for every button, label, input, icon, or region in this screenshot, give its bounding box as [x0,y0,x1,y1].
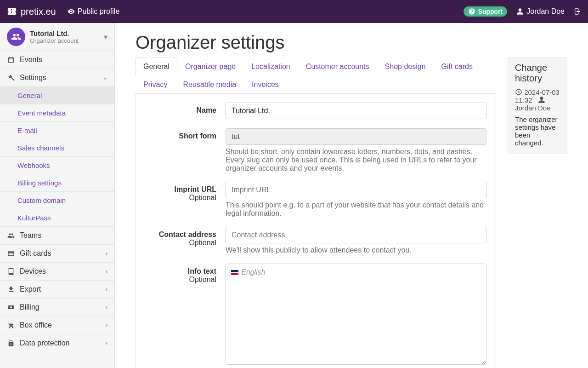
organizer-name: Tutorial Ltd. [30,29,79,37]
short-form-label: Short form [145,128,216,172]
name-input[interactable] [226,103,486,119]
user-icon [516,8,524,15]
sidebar-item-gift-cards[interactable]: Gift cards ‹ [0,245,114,263]
sidebar-item-sales-channels[interactable]: Sales channels [0,139,114,157]
tab-general[interactable]: General [136,58,177,76]
support-button[interactable]: Support [464,6,508,17]
organizer-avatar [7,28,25,46]
chevron-left-icon: ‹ [106,268,107,275]
brand-link[interactable]: pretix.eu [7,6,56,17]
question-circle-icon [468,8,475,15]
imprint-help: This should point e.g. to a part of your… [226,201,486,218]
info-text-textarea[interactable] [226,264,486,365]
credit-card-icon [7,250,15,257]
sidebar-item-billing-settings[interactable]: Billing settings [0,174,114,192]
contact-label: Contact address Optional [145,227,216,254]
tab-localization[interactable]: Localization [243,58,298,76]
organizer-switcher[interactable]: Tutorial Ltd. Organizer account ▾ [0,23,114,51]
sidebar-item-email[interactable]: E-mail [0,122,114,139]
tabs: General Organizer page Localization Cust… [136,58,496,94]
sidebar-item-data-protection[interactable]: Data protection ‹ [0,334,114,352]
page-title: Organizer settings [136,32,567,53]
chevron-left-icon: ‹ [106,250,107,257]
history-text: The organizer settings have been changed… [515,115,560,147]
info-text-label: Info text Optional [145,264,216,367]
tab-shop-design[interactable]: Shop design [377,58,434,76]
short-form-input [226,128,486,145]
tab-organizer-page[interactable]: Organizer page [177,58,243,76]
eye-icon [68,8,75,15]
chevron-left-icon: ‹ [106,322,107,328]
chevron-left-icon: ‹ [106,286,107,293]
tablet-icon [7,268,15,275]
wrench-icon [7,74,15,81]
caret-down-icon: ▾ [104,33,107,41]
sidebar-item-box-office[interactable]: Box office ‹ [0,316,114,334]
download-icon [7,286,15,293]
tab-gift-cards[interactable]: Gift cards [434,58,481,76]
tab-reusable-media[interactable]: Reusable media [175,75,244,94]
change-history-panel: Change history 2024-07-03 11:32 Jordan D… [508,58,567,154]
contact-address-input[interactable] [226,227,486,243]
main-content: Organizer settings General Organizer pag… [115,23,588,368]
settings-subnav: General Event metadata E-mail Sales chan… [0,87,114,227]
logout-button[interactable] [574,8,581,15]
sidebar-item-events[interactable]: Events [0,51,114,69]
organizer-subtitle: Organizer account [30,37,79,44]
short-form-help: Should be short, only contain lowercase … [226,148,486,172]
user-menu[interactable]: Jordan Doe [516,7,565,16]
imprint-label: Imprint URL Optional [145,182,216,218]
tab-privacy[interactable]: Privacy [136,75,175,94]
cart-icon [7,322,15,329]
sidebar-item-kulturpass[interactable]: KulturPass [0,209,114,227]
sign-out-icon [574,8,581,15]
imprint-url-input[interactable] [226,182,486,198]
sidebar-item-custom-domain[interactable]: Custom domain [0,192,114,209]
chevron-left-icon: ‹ [106,340,107,346]
history-title: Change history [508,58,567,88]
money-icon [7,304,15,311]
sidebar-item-teams[interactable]: Teams [0,227,114,245]
sidebar-item-devices[interactable]: Devices ‹ [0,263,114,281]
sidebar: Tutorial Ltd. Organizer account ▾ Events… [0,23,115,368]
sidebar-item-export[interactable]: Export ‹ [0,281,114,299]
clock-icon [515,88,522,96]
name-label: Name [145,103,216,119]
public-profile-link[interactable]: Public profile [68,7,120,16]
user-icon [538,96,545,104]
sidebar-item-billing[interactable]: Billing ‹ [0,299,114,316]
chevron-down-icon: ⌄ [103,75,107,81]
contact-help: We'll show this publicly to allow attend… [226,246,486,254]
lock-icon [7,339,15,347]
tab-invoices[interactable]: Invoices [244,75,287,94]
tab-customer-accounts[interactable]: Customer accounts [298,58,377,76]
sidebar-item-general[interactable]: General [0,87,114,104]
users-icon [7,232,15,239]
ticket-icon [7,6,17,17]
sidebar-item-webhooks[interactable]: Webhooks [0,157,114,174]
users-icon [11,32,21,42]
topbar: pretix.eu Public profile Support Jordan … [0,0,588,23]
form-panel: Name Short form Should be short, only co… [136,93,496,368]
calendar-icon [7,56,15,63]
history-meta: 2024-07-03 11:32 Jordan Doe [515,88,560,112]
sidebar-item-event-metadata[interactable]: Event metadata [0,104,114,122]
sidebar-item-settings[interactable]: Settings ⌄ [0,69,114,87]
chevron-left-icon: ‹ [106,304,107,310]
brand-text: pretix.eu [21,6,56,17]
